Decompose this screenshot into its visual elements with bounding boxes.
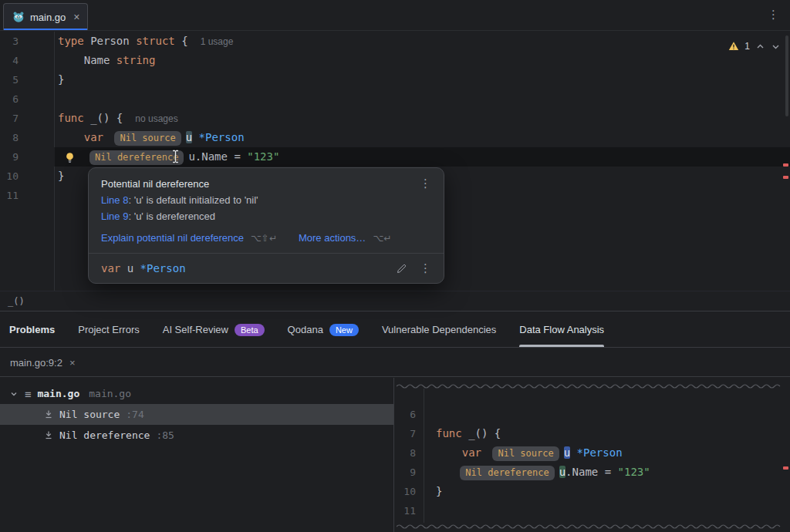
tree-item-nil-dereference[interactable]: Nil dereference :85 bbox=[0, 425, 393, 446]
code-text: } bbox=[19, 70, 64, 89]
code-text: var Nil sourceu *Person bbox=[416, 443, 623, 463]
token-pl: _() { bbox=[90, 112, 123, 124]
line-8-link[interactable]: Line 8 bbox=[101, 194, 128, 206]
token-kw: type bbox=[58, 35, 90, 47]
tab-vulnerable-dependencies[interactable]: Vulnerable Dependencies bbox=[382, 312, 496, 347]
warning-icon bbox=[728, 41, 739, 52]
inspections-widget[interactable]: 1 bbox=[728, 41, 781, 52]
editor-scrollbar-thumb[interactable] bbox=[785, 35, 788, 116]
line-number: 9 bbox=[0, 147, 19, 167]
preview-code-lines: 67func _() {8 var Nil sourceu *Person9 N… bbox=[394, 405, 790, 520]
subtab-close-icon[interactable]: × bbox=[69, 357, 76, 369]
struct-name: Person bbox=[90, 35, 136, 47]
code-line-6[interactable]: 6 bbox=[0, 89, 790, 109]
text-cursor-pointer bbox=[171, 150, 180, 163]
token-kw: func bbox=[58, 112, 90, 124]
code-line-3[interactable]: 3type Person struct {1 usage bbox=[0, 32, 790, 51]
usage-hint[interactable]: 1 usage bbox=[201, 36, 234, 47]
popup-kebab-icon[interactable]: ⋮ bbox=[420, 178, 431, 190]
intention-bulb-icon[interactable] bbox=[64, 152, 76, 163]
code-text: } bbox=[19, 167, 64, 186]
usage-hint[interactable]: no usages bbox=[135, 113, 177, 124]
editor-options-kebab-icon[interactable]: ⋮ bbox=[768, 9, 779, 21]
error-stripe-mark[interactable] bbox=[783, 163, 788, 167]
code-text: var Nil sourceu *Person bbox=[19, 128, 245, 147]
tree-root-name: main.go bbox=[37, 388, 79, 399]
tab-label: Data Flow Analysis bbox=[519, 324, 604, 335]
next-problem-chevron-down-icon[interactable] bbox=[771, 42, 781, 52]
declaration-preview: var u *Person bbox=[101, 262, 186, 274]
tab-ai-self-review[interactable]: AI Self-Review Beta bbox=[163, 312, 265, 347]
explain-nil-dereference-link[interactable]: Explain potential nil dereference bbox=[101, 232, 244, 244]
edit-pencil-icon[interactable] bbox=[396, 263, 407, 274]
token-kw: string bbox=[116, 54, 156, 66]
editor-tab-main-go[interactable]: main.go × bbox=[3, 3, 88, 30]
code-line-7[interactable]: 7func _() {no usages bbox=[0, 109, 790, 128]
tree-item-nil-source[interactable]: Nil source :74 bbox=[0, 404, 393, 425]
line-number: 5 bbox=[0, 70, 19, 89]
chevron-down-icon[interactable] bbox=[9, 389, 19, 399]
line-number: 10 bbox=[0, 167, 19, 186]
code-line-10[interactable]: 10} bbox=[394, 482, 790, 501]
breadcrumb[interactable]: _() bbox=[8, 296, 25, 307]
finding-description: : 'u' is default initialized to 'nil' bbox=[128, 194, 258, 206]
code-line-6[interactable]: 6 bbox=[394, 405, 790, 424]
previous-problem-chevron-up-icon[interactable] bbox=[755, 42, 765, 52]
token-pl bbox=[436, 446, 462, 459]
tab-project-errors[interactable]: Project Errors bbox=[78, 312, 139, 347]
toolwindow-tab-bar: Problems Project Errors AI Self-Review B… bbox=[0, 312, 790, 348]
code-line-5[interactable]: 5} bbox=[0, 70, 790, 89]
popup-title: Potential nil dereference bbox=[101, 178, 420, 190]
explain-action: Explain potential nil dereference⌥⇧↵ bbox=[101, 232, 277, 244]
ide-window: main.go × ⋮ 3type Person struct {1 usage… bbox=[0, 0, 790, 532]
token-str: "123" bbox=[618, 466, 650, 478]
tab-qodana[interactable]: Qodana New bbox=[288, 312, 359, 347]
code-line-8[interactable]: 8 var Nil sourceu *Person bbox=[0, 128, 790, 147]
token-pl: } bbox=[436, 485, 442, 497]
code-text: Nil dereferenceu.Name = "123" bbox=[19, 147, 279, 167]
explain-shortcut: ⌥⇧↵ bbox=[251, 233, 277, 244]
nil-source-inlay[interactable]: Nil source bbox=[492, 446, 559, 461]
tree-root-location: main.go bbox=[89, 388, 131, 399]
beta-badge: Beta bbox=[235, 324, 265, 336]
toolwindow-subtab-bar: main.go:9:2 × bbox=[0, 348, 790, 377]
token-type: *Person bbox=[577, 446, 623, 459]
tab-data-flow-analysis[interactable]: Data Flow Analysis bbox=[519, 312, 604, 347]
new-badge: New bbox=[329, 324, 359, 336]
line-9-link[interactable]: Line 9 bbox=[101, 210, 128, 222]
tab-label: Project Errors bbox=[78, 324, 139, 335]
line-number: 10 bbox=[394, 482, 416, 501]
nil-dereference-inlay[interactable]: Nil dereference bbox=[460, 466, 554, 480]
token-pl bbox=[58, 131, 84, 143]
code-line-9[interactable]: 9 Nil dereferenceu.Name = "123" bbox=[394, 463, 790, 482]
token-pl bbox=[192, 131, 198, 143]
token-pl bbox=[436, 466, 455, 478]
token-pl bbox=[570, 446, 576, 459]
dfa-code-preview-panel: 67func _() {8 var Nil sourceu *Person9 N… bbox=[394, 378, 790, 532]
tree-root-main-go[interactable]: ≡ main.go main.go bbox=[0, 383, 393, 404]
subtab-main-go-9-2[interactable]: main.go:9:2 × bbox=[10, 357, 76, 369]
code-line-11[interactable]: 11 bbox=[394, 501, 790, 520]
more-actions-link[interactable]: More actions… bbox=[299, 232, 366, 244]
nil-dereference-inlay[interactable]: Nil dereference bbox=[89, 150, 184, 165]
code-line-9[interactable]: 9Nil dereferenceu.Name = "123" bbox=[0, 147, 790, 167]
code-line-7[interactable]: 7func _() { bbox=[394, 424, 790, 443]
dereference-expression: u.Name = bbox=[188, 150, 247, 163]
more-actions: More actions…⌥↵ bbox=[299, 232, 391, 244]
toolwindow-title: Problems bbox=[9, 324, 55, 335]
token-pl: .Name = bbox=[565, 466, 617, 478]
tab-close-icon[interactable]: × bbox=[73, 11, 79, 23]
clipped-content-wave bbox=[397, 382, 782, 390]
nil-dereference-popup: Potential nil dereference ⋮ Line 8: 'u' … bbox=[88, 167, 444, 284]
error-stripe-mark[interactable] bbox=[783, 466, 788, 470]
error-stripe-mark[interactable] bbox=[783, 176, 788, 179]
code-text: type Person struct {1 usage bbox=[19, 32, 233, 51]
nil-source-inlay[interactable]: Nil source bbox=[114, 131, 181, 146]
line-number: 7 bbox=[0, 109, 19, 128]
dfa-tree-panel: ≡ main.go main.go Nil source :74 Nil der… bbox=[0, 378, 394, 532]
go-gopher-file-icon bbox=[12, 11, 25, 23]
code-line-4[interactable]: 4 Name string bbox=[0, 51, 790, 70]
code-line-8[interactable]: 8 var Nil sourceu *Person bbox=[394, 443, 790, 463]
declaration-kebab-icon[interactable]: ⋮ bbox=[420, 263, 431, 274]
finding-description: : 'u' is dereferenced bbox=[128, 210, 215, 222]
